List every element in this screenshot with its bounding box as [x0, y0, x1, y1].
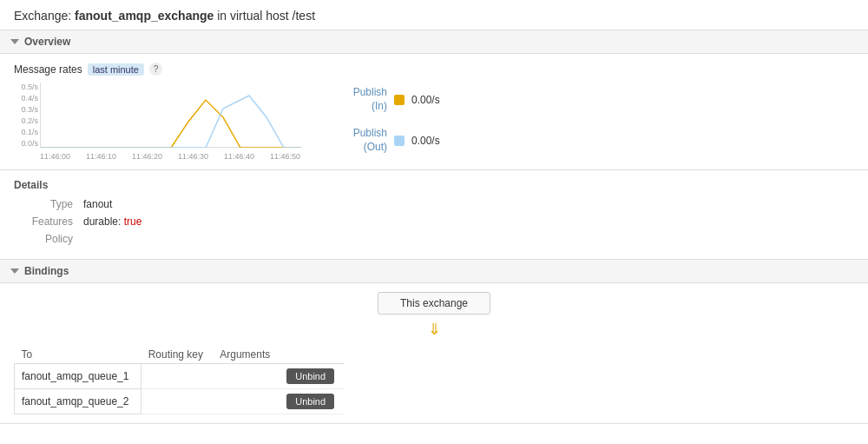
col-to: To — [15, 346, 141, 364]
policy-label: Policy — [14, 233, 83, 245]
chart-svg — [40, 83, 300, 148]
chart-container: 0.5/s 0.4/s 0.3/s 0.2/s 0.1/s 0.0/s — [14, 83, 300, 161]
bindings-section-label: Bindings — [24, 265, 69, 277]
chart-x-labels: 11:46:00 11:46:10 11:46:20 11:46:30 11:4… — [40, 152, 300, 161]
bindings-section-header[interactable]: Bindings — [0, 260, 868, 283]
overview-section-body: Message rates last minute ? 0.5/s 0.4/s … — [0, 54, 868, 169]
binding-arguments-cell — [213, 389, 279, 414]
details-section-body: Details Type fanout Features durable: tr… — [0, 170, 868, 259]
unbind-button[interactable]: Unbind — [286, 368, 334, 384]
binding-arguments-cell — [213, 364, 279, 389]
publish-in-row: Publish (In) 0.00/s — [326, 86, 440, 113]
vhost-name: /test — [293, 9, 315, 23]
col-routing-key: Routing key — [141, 346, 214, 364]
publish-out-row: Publish (Out) 0.00/s — [326, 127, 440, 154]
binding-to-cell: fanout_amqp_queue_1 — [15, 364, 141, 389]
binding-routing-key-cell — [141, 364, 214, 389]
features-label: Features — [14, 215, 83, 228]
header-prefix: Exchange: — [14, 9, 71, 23]
policy-row: Policy — [14, 233, 854, 245]
publish-out-rate: 0.00/s — [411, 135, 440, 147]
binding-routing-key-cell — [141, 389, 214, 414]
details-heading: Details — [14, 179, 854, 191]
type-label: Type — [14, 198, 83, 210]
message-rates-label: Message rates — [14, 63, 82, 76]
col-arguments: Arguments — [213, 346, 279, 364]
page-header: Exchange: fanout_amqp_exchange in virtua… — [0, 0, 868, 30]
overview-section-header[interactable]: Overview — [0, 30, 868, 54]
publish-in-color-box — [394, 95, 404, 105]
binding-table: To Routing key Arguments fanout_amqp_que… — [14, 346, 344, 414]
publish-out-color-box — [394, 136, 404, 146]
binding-to-cell: fanout_amqp_queue_2 — [15, 389, 141, 414]
details-table: Type fanout Features durable: true Polic… — [14, 198, 854, 245]
type-value: fanout — [83, 198, 112, 210]
time-badge[interactable]: last minute — [88, 63, 144, 76]
type-row: Type fanout — [14, 198, 854, 210]
down-arrow-icon: ⇓ — [14, 320, 854, 339]
chart-and-legend: 0.5/s 0.4/s 0.3/s 0.2/s 0.1/s 0.0/s — [14, 83, 854, 161]
chart-y-labels: 0.5/s 0.4/s 0.3/s 0.2/s 0.1/s 0.0/s — [14, 83, 38, 148]
overview-section: Overview Message rates last minute ? 0.5… — [0, 30, 868, 170]
binding-unbind-cell: Unbind — [279, 389, 344, 414]
header-middle: in virtual host — [217, 9, 288, 23]
bindings-collapse-icon — [10, 268, 19, 274]
publish-out-label: Publish (Out) — [326, 127, 387, 154]
message-rates-row: Message rates last minute ? — [14, 63, 854, 76]
this-exchange-wrapper: This exchange ⇓ — [14, 292, 854, 339]
bindings-body: This exchange ⇓ To Routing key Arguments… — [0, 283, 868, 423]
features-true-val: true — [124, 215, 142, 228]
exchange-name: fanout_amqp_exchange — [75, 9, 214, 23]
binding-table-row: fanout_amqp_queue_2 Unbind — [15, 389, 345, 414]
features-value: durable: true — [83, 215, 141, 228]
overview-collapse-icon — [10, 39, 19, 44]
publish-in-label: Publish (In) — [326, 86, 387, 113]
bindings-section: Bindings This exchange ⇓ To Routing key … — [0, 260, 868, 424]
this-exchange-button[interactable]: This exchange — [378, 292, 490, 315]
overview-section-label: Overview — [24, 36, 70, 48]
features-row: Features durable: true — [14, 215, 854, 228]
binding-unbind-cell: Unbind — [279, 364, 344, 389]
publish-legend: Publish (In) 0.00/s Publish (Out) 0.00/s — [326, 86, 440, 154]
binding-table-row: fanout_amqp_queue_1 Unbind — [15, 364, 345, 389]
help-icon[interactable]: ? — [149, 63, 162, 76]
details-section: Details Type fanout Features durable: tr… — [0, 170, 868, 260]
publish-in-rate: 0.00/s — [411, 94, 440, 106]
unbind-button[interactable]: Unbind — [286, 394, 334, 409]
